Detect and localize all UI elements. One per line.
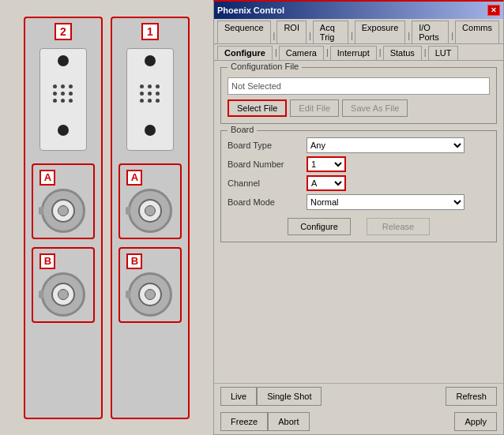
dot <box>69 84 73 88</box>
tab-interrupt[interactable]: Interrupt <box>330 46 377 60</box>
bottom-buttons: Live Single Shot Refresh Freeze Abort Ap… <box>214 383 503 434</box>
config-file-group: Configuration File Not Selected Select F… <box>220 67 497 124</box>
channel-row: Channel A B <box>228 175 490 191</box>
board-mode-label: Board Mode <box>228 197 307 207</box>
bottom-dot <box>145 125 156 136</box>
tab-io-ports[interactable]: I/O Ports <box>412 21 449 43</box>
lens-tab <box>39 291 43 298</box>
edit-file-button[interactable]: Edit File <box>290 99 339 117</box>
board-2-container: 2 A <box>24 17 103 419</box>
board-group-title: Board <box>228 125 257 134</box>
lens-tab <box>126 291 130 298</box>
board-mode-select[interactable]: Normal Master Slave <box>307 194 465 210</box>
lens-center <box>58 289 69 300</box>
configure-button[interactable]: Configure <box>288 218 351 235</box>
left-panel: 2 A <box>0 0 213 435</box>
file-buttons: Select File Edit File Save As File <box>228 99 490 117</box>
board-type-label: Board Type <box>228 141 307 150</box>
tab-exposure[interactable]: Exposure <box>355 21 405 43</box>
board-2-channel-a: A <box>32 163 94 239</box>
config-file-value: Not Selected <box>228 77 490 95</box>
board-mode-row: Board Mode Normal Master Slave <box>228 194 490 210</box>
spacer <box>322 387 446 406</box>
dot <box>148 92 152 96</box>
dot <box>61 92 65 96</box>
board-2-connector <box>39 48 87 151</box>
dot <box>61 99 65 103</box>
phoenix-control-window: Phoenix Control ✕ Sequence | ROI | Acq T… <box>213 0 504 435</box>
tabs-row-1: Sequence | ROI | Acq Trig | Exposure | I… <box>214 19 503 44</box>
dot <box>148 84 152 88</box>
release-button[interactable]: Release <box>367 218 430 235</box>
channel-label: Channel <box>228 178 307 188</box>
spacer <box>310 412 455 431</box>
lens-center <box>58 205 69 216</box>
lens-mount-2a <box>41 189 85 233</box>
board-type-select[interactable]: Any <box>307 137 465 153</box>
dot <box>140 92 144 96</box>
bottom-row-1: Live Single Shot Refresh <box>214 384 503 409</box>
board-1-channel-b: B <box>118 247 181 323</box>
board-1-container: 1 A <box>111 17 190 419</box>
apply-button[interactable]: Apply <box>454 412 497 431</box>
close-icon: ✕ <box>491 6 497 14</box>
lens-tab <box>39 207 43 215</box>
dot <box>69 99 73 103</box>
dot <box>69 92 73 96</box>
abort-button[interactable]: Abort <box>268 412 309 431</box>
content-area: Configuration File Not Selected Select F… <box>214 61 503 255</box>
tab-status[interactable]: Status <box>383 46 422 60</box>
board-2-channel-b: B <box>32 247 94 323</box>
freeze-button[interactable]: Freeze <box>220 412 268 431</box>
lens-inner <box>138 199 162 223</box>
channel-b-label: B <box>39 253 55 269</box>
config-file-title: Configuration File <box>228 62 302 71</box>
connector-dots <box>140 84 160 103</box>
lens-mount-1a <box>128 189 172 233</box>
lens-inner <box>51 283 75 306</box>
dot <box>140 84 144 88</box>
lens-center <box>145 289 156 300</box>
board-2-label: 2 <box>55 23 72 40</box>
tab-lut[interactable]: LUT <box>428 46 459 60</box>
board-1-channel-a: A <box>118 163 181 239</box>
channel-a-label: A <box>126 170 142 186</box>
lens-mount-2b <box>41 272 85 317</box>
board-group: Board Board Type Any Board Number 1 2 3 … <box>220 130 497 242</box>
dot <box>53 92 57 96</box>
channel-select[interactable]: A B <box>307 175 346 191</box>
dot <box>148 99 152 103</box>
refresh-button[interactable]: Refresh <box>446 387 497 406</box>
tab-acq-trig[interactable]: Acq Trig <box>313 21 348 43</box>
board-number-label: Board Number <box>228 159 307 169</box>
dot <box>156 84 160 88</box>
dot <box>61 84 65 88</box>
tab-roi[interactable]: ROI <box>276 21 307 43</box>
select-file-button[interactable]: Select File <box>228 99 287 117</box>
tabs-row-2: Configure | Camera | Interrupt | Status … <box>214 44 503 61</box>
connector-dots <box>53 84 73 103</box>
bottom-dot <box>58 125 69 136</box>
board-1: 1 A <box>111 17 190 419</box>
dot <box>53 99 57 103</box>
live-button[interactable]: Live <box>220 387 257 406</box>
lens-inner <box>138 283 162 306</box>
lens-mount-1b <box>128 272 172 317</box>
configure-release-row: Configure Release <box>228 218 490 235</box>
board-number-select[interactable]: 1 2 3 <box>307 156 346 172</box>
lens-tab <box>126 207 130 215</box>
single-shot-button[interactable]: Single Shot <box>257 387 322 406</box>
tab-configure[interactable]: Configure <box>217 46 273 60</box>
tab-sequence[interactable]: Sequence <box>217 21 271 43</box>
bottom-row-2: Freeze Abort Apply <box>214 409 503 434</box>
board-2: 2 A <box>24 17 103 419</box>
close-button[interactable]: ✕ <box>487 5 500 16</box>
title-bar: Phoenix Control ✕ <box>214 2 503 19</box>
tab-camera[interactable]: Camera <box>279 46 324 60</box>
board-1-label: 1 <box>141 23 159 40</box>
save-as-file-button[interactable]: Save As File <box>342 99 408 117</box>
channel-a-label: A <box>39 170 55 186</box>
tab-comms[interactable]: Comms <box>455 21 499 43</box>
window-title: Phoenix Control <box>217 6 284 15</box>
dot <box>156 99 160 103</box>
